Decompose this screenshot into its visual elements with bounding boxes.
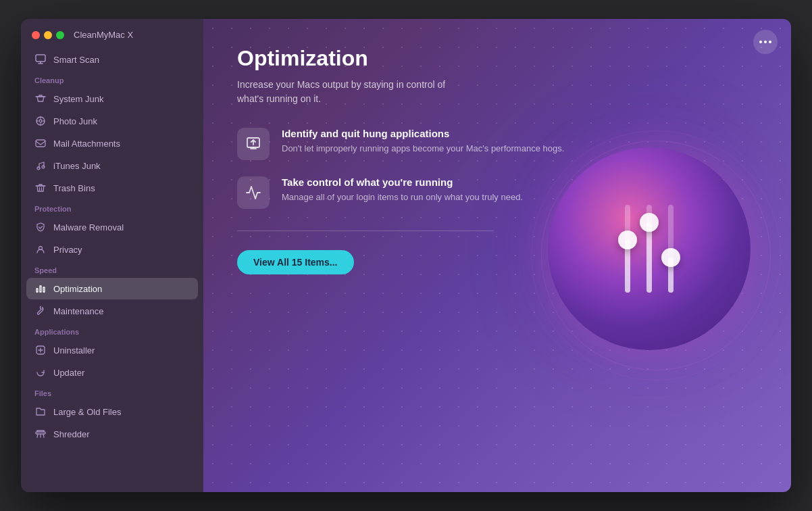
applications-label: Applications <box>26 322 198 339</box>
svg-point-2 <box>39 120 42 122</box>
large-old-files-label: Large & Old Files <box>53 407 121 417</box>
sidebar-item-uninstaller[interactable]: Uninstaller <box>26 339 198 361</box>
login-items-desc: Manage all of your login items to run on… <box>282 191 523 204</box>
view-all-button[interactable]: View All 15 Items... <box>237 250 354 274</box>
close-button[interactable] <box>32 31 40 39</box>
shredder-icon <box>34 428 47 440</box>
minimize-button[interactable] <box>44 31 52 39</box>
maintenance-label: Maintenance <box>53 306 103 316</box>
cleanup-section: Cleanup System Junk <box>21 71 203 199</box>
svg-rect-3 <box>36 140 45 147</box>
malware-removal-label: Malware Removal <box>53 222 124 233</box>
cleanup-label: Cleanup <box>26 71 198 87</box>
shredder-label: Shredder <box>53 429 89 439</box>
maximize-button[interactable] <box>56 31 64 39</box>
divider <box>237 230 494 231</box>
sidebar-item-mail-attachments[interactable]: Mail Attachments <box>26 132 198 154</box>
photo-junk-icon <box>34 115 47 127</box>
system-junk-icon <box>34 93 47 105</box>
malware-removal-icon <box>34 221 47 233</box>
nav-top: Smart Scan <box>21 48 203 71</box>
privacy-label: Privacy <box>53 245 82 255</box>
sidebar-item-photo-junk[interactable]: Photo Junk <box>26 110 198 132</box>
maintenance-icon <box>34 305 47 317</box>
optimization-icon <box>34 283 47 295</box>
sidebar-item-large-old-files[interactable]: Large & Old Files <box>26 401 198 422</box>
sidebar-item-system-junk[interactable]: System Junk <box>26 88 198 110</box>
trash-bins-label: Trash Bins <box>53 183 95 193</box>
sidebar-item-trash-bins[interactable]: Trash Bins <box>26 177 198 199</box>
sidebar-item-updater[interactable]: Updater <box>26 362 198 383</box>
photo-junk-label: Photo Junk <box>53 116 97 126</box>
feature-login-items: Take control of what you're running Mana… <box>237 176 710 209</box>
optimization-label: Optimization <box>53 284 102 294</box>
speed-section: Speed Optimization Maintenance <box>21 261 203 322</box>
protection-section: Protection Malware Removal Priv <box>21 199 203 261</box>
sidebar-item-malware-removal[interactable]: Malware Removal <box>26 216 198 238</box>
hung-apps-text: Identify and quit hung applications Don'… <box>282 128 564 155</box>
top-bar <box>753 30 778 54</box>
mail-attachments-icon <box>34 137 47 149</box>
svg-rect-0 <box>36 55 45 62</box>
login-items-text: Take control of what you're running Mana… <box>282 176 523 204</box>
uninstaller-label: Uninstaller <box>53 345 95 356</box>
sidebar-item-smart-scan[interactable]: Smart Scan <box>26 49 198 70</box>
mail-attachments-label: Mail Attachments <box>53 139 120 149</box>
uninstaller-icon <box>34 344 47 356</box>
feature-list: Identify and quit hung applications Don'… <box>237 128 710 209</box>
files-section: Files Large & Old Files Shredder <box>21 384 203 445</box>
dot1 <box>759 41 762 43</box>
speed-label: Speed <box>26 261 198 277</box>
traffic-lights <box>32 31 64 39</box>
login-items-title: Take control of what you're running <box>282 176 523 188</box>
applications-section: Applications Uninstaller Update <box>21 322 203 384</box>
trash-bins-icon <box>34 182 47 194</box>
app-title: CleanMyMac X <box>74 30 133 40</box>
title-bar: CleanMyMac X <box>21 19 203 48</box>
system-junk-label: System Junk <box>53 94 103 104</box>
app-window: CleanMyMac X Smart Scan Cleanup <box>21 19 791 492</box>
hung-apps-icon <box>237 128 270 160</box>
protection-label: Protection <box>26 199 198 216</box>
page-title: Optimization <box>237 46 710 71</box>
content-area: Optimization Increase your Macs output b… <box>237 46 710 274</box>
privacy-icon <box>34 243 47 256</box>
itunes-junk-icon <box>34 160 47 172</box>
sidebar-item-itunes-junk[interactable]: iTunes Junk <box>26 155 198 176</box>
smart-scan-label: Smart Scan <box>53 55 99 65</box>
itunes-junk-label: iTunes Junk <box>53 161 101 171</box>
page-subtitle: Increase your Macs output by staying in … <box>237 78 474 106</box>
main-content: Optimization Increase your Macs output b… <box>203 19 791 492</box>
svg-point-7 <box>42 308 43 310</box>
menu-button[interactable] <box>753 30 778 54</box>
smart-scan-icon <box>34 53 47 66</box>
hung-apps-title: Identify and quit hung applications <box>282 128 564 139</box>
feature-hung-apps: Identify and quit hung applications Don'… <box>237 128 710 160</box>
hung-apps-desc: Don't let improperly running apps become… <box>282 142 564 155</box>
files-label: Files <box>26 384 198 400</box>
large-old-files-icon <box>34 406 47 418</box>
dot2 <box>764 41 767 43</box>
dot3 <box>769 41 771 43</box>
updater-icon <box>34 366 47 379</box>
sidebar-item-optimization[interactable]: Optimization <box>26 278 198 299</box>
sidebar-item-privacy[interactable]: Privacy <box>26 239 198 260</box>
updater-label: Updater <box>53 368 84 378</box>
login-items-icon <box>237 176 270 209</box>
svg-point-5 <box>42 166 45 168</box>
svg-point-4 <box>37 167 40 170</box>
sidebar: CleanMyMac X Smart Scan Cleanup <box>21 19 203 492</box>
sidebar-item-shredder[interactable]: Shredder <box>26 423 198 445</box>
sidebar-item-maintenance[interactable]: Maintenance <box>26 300 198 322</box>
